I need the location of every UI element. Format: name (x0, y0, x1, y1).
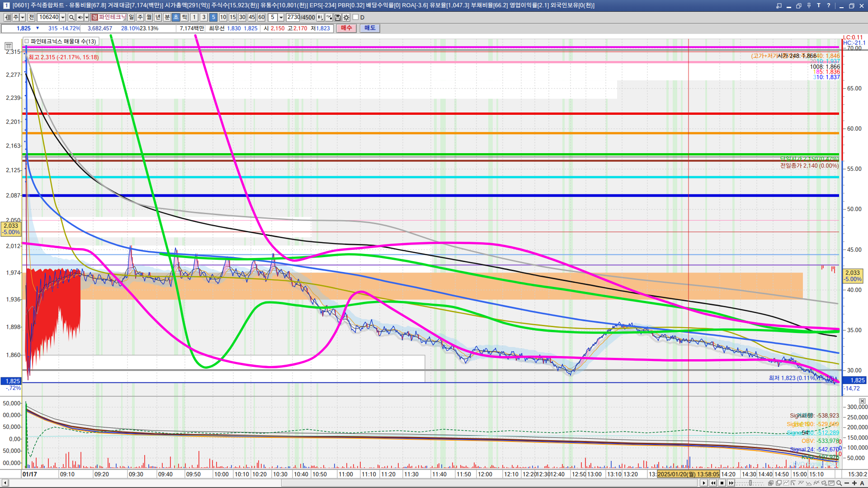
interval-button-1[interactable]: 1 (190, 13, 198, 22)
plus-icon[interactable] (851, 479, 858, 487)
scrollbar-thumb[interactable] (281, 479, 698, 487)
lower-legend-row: Signal 24: -542,670 (790, 447, 839, 453)
current-price-marker: 1,825 (843, 376, 866, 384)
d-checkbox[interactable] (353, 14, 359, 20)
interval-button-3[interactable]: 3 (200, 13, 208, 22)
eraser-icon[interactable] (821, 479, 828, 487)
lower-right-axis-label: 100,000 (847, 445, 868, 451)
pin-icon[interactable] (805, 2, 812, 9)
area-chart-icon[interactable] (783, 479, 790, 487)
popout-icon[interactable] (775, 2, 783, 9)
prev-button[interactable]: 전 (28, 13, 35, 22)
time-tick-label: 10:00 (214, 472, 229, 478)
search-button[interactable] (68, 13, 75, 22)
time-tick-label: 13:10 (607, 472, 622, 478)
interval-button-60[interactable]: 60 (257, 13, 265, 22)
valley-line-icon[interactable] (805, 479, 812, 487)
peak-line-icon[interactable] (797, 479, 805, 487)
down-arrow-icon: ▼ (35, 25, 40, 31)
unit-button-초[interactable]: 초 (172, 13, 180, 22)
minus-icon[interactable] (843, 479, 850, 487)
right-axis-label: 60.00 (847, 126, 862, 132)
sound-dropdown[interactable] (84, 13, 89, 22)
svg-text:A: A (860, 481, 864, 486)
scrollbar-track[interactable] (9, 479, 698, 487)
panel-toggle-button[interactable] (4, 13, 11, 22)
chart-canvas[interactable]: 2,3152,2772,2392,2012,1632,1252,0872,050… (0, 34, 868, 478)
interval-select-dropdown[interactable] (278, 13, 284, 22)
buy-button[interactable]: 매수 (336, 24, 357, 33)
lower-pane-close-button[interactable] (859, 399, 865, 404)
right-axis-label: 65.00 (847, 86, 862, 92)
period-button-일[interactable]: 일 (127, 13, 135, 22)
current-pct-left: -,72% (6, 385, 21, 391)
best-bid: 1,825 (244, 25, 257, 32)
open-label: 시 (264, 25, 269, 32)
indicator-checkbox[interactable] (25, 39, 28, 43)
speed-slider[interactable] (733, 480, 764, 486)
bar-count-input[interactable]: 2730 (286, 13, 300, 22)
compare-candle-button[interactable] (316, 13, 325, 22)
font-icon[interactable]: T (815, 2, 822, 9)
indicator-label: 파인테크닉스 매물대 수(13) (31, 39, 96, 45)
left-axis-label: 1,860 (6, 352, 20, 358)
stock-name-box[interactable]: 경 파인테크닉스 (90, 13, 127, 22)
duplicate-icon[interactable] (795, 2, 802, 9)
replay-play-button[interactable] (700, 479, 708, 487)
interval-button-10[interactable]: 10 (219, 13, 227, 22)
period-button-년[interactable]: 년 (154, 13, 162, 22)
best-quote-label: 최우선 (209, 25, 225, 32)
lower-legend-row: OBV: -533,978 (802, 438, 839, 444)
interval-button-5[interactable]: 5 (209, 13, 217, 22)
period-button-주[interactable]: 주 (137, 13, 144, 22)
sell-button[interactable]: 매도 (360, 24, 380, 33)
price-change: 315 (48, 25, 57, 32)
lower-left-axis-label: 0,00 (9, 436, 20, 442)
cursor-line-icon[interactable] (790, 479, 797, 487)
add-indicator-button[interactable] (325, 13, 333, 22)
code-input[interactable]: 106240 (37, 13, 59, 22)
period-quick-button[interactable]: 주 (12, 13, 19, 22)
replay-stop-button[interactable] (718, 479, 726, 487)
period-button-월[interactable]: 월 (145, 13, 153, 22)
help-icon[interactable]: ? (825, 2, 832, 9)
divider (80, 24, 80, 32)
data-grid-button[interactable] (5, 42, 12, 50)
restore-icon[interactable] (848, 2, 855, 9)
left-axis-label: 2,125 (6, 168, 20, 174)
chart-window-icon[interactable] (828, 479, 835, 487)
time-tick-label: 11:40 (432, 472, 447, 478)
multi-line-icon[interactable] (813, 479, 820, 487)
copy-window-icon[interactable] (767, 479, 774, 487)
low-annotation: 최저 1,823 (0.11%, 15:18) (769, 375, 834, 381)
minus5-marker: 2,033-5.00% (1, 222, 21, 236)
unit-button-분[interactable]: 분 (163, 13, 171, 22)
minimize-pane-icon[interactable] (785, 2, 793, 9)
scroll-left-button[interactable] (2, 479, 9, 487)
time-tick-label: 09:50 (186, 472, 201, 478)
code-dropdown[interactable] (59, 13, 66, 22)
toolbar: 주 전 106240 경 파인테크닉스 일주월년 분초틱 13510153045… (0, 12, 868, 23)
sound-button[interactable] (76, 13, 84, 22)
settings-button[interactable] (342, 13, 350, 22)
time-tick-label: 14:30 (742, 472, 756, 478)
right-axis-label: 35.00 (847, 328, 862, 333)
controls-separator (835, 3, 835, 9)
minimize-icon[interactable] (838, 2, 845, 9)
interval-select[interactable]: 5 (268, 13, 278, 22)
period-quick-dropdown[interactable] (19, 13, 26, 22)
font-a-icon[interactable]: A (859, 479, 866, 487)
copy-window-2-icon[interactable] (775, 479, 782, 487)
unit-button-틱[interactable]: 틱 (180, 13, 189, 22)
zoom-icon[interactable] (835, 479, 843, 487)
interval-button-15[interactable]: 15 (229, 13, 237, 22)
replay-rewind-button[interactable] (709, 479, 717, 487)
bar-total-label: /4500 (301, 14, 315, 22)
time-tick-label: 15:00 (793, 472, 807, 478)
interval-button-30[interactable]: 30 (238, 13, 246, 22)
save-button[interactable] (334, 13, 342, 22)
best-ask: 1,830 (227, 25, 241, 32)
lower-left-axis-label: 50,000 (3, 448, 20, 454)
close-icon[interactable] (858, 2, 865, 9)
interval-button-45[interactable]: 45 (248, 13, 256, 22)
